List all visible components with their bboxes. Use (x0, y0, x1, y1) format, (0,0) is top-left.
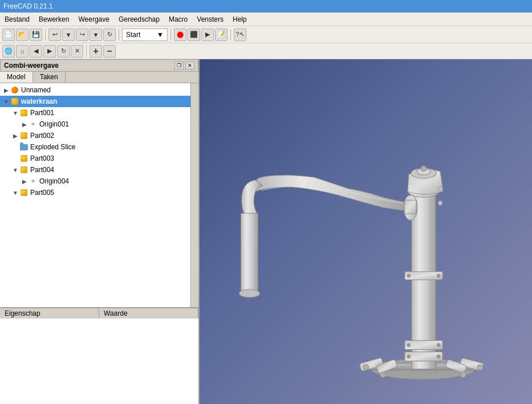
tree-expand-1[interactable]: ▶ (2, 86, 10, 94)
tree-label-8: Part004 (30, 166, 54, 174)
tree-item-4[interactable]: ▶✦Origin001 (0, 119, 190, 130)
menu-bewerken[interactable]: Bewerken (34, 14, 74, 25)
properties-panel: Eigenschap Waarde (0, 307, 198, 404)
sep2 (119, 29, 119, 40)
tree-expand-2[interactable]: ▼ (2, 97, 10, 105)
svg-point-18 (437, 355, 440, 358)
exec-button[interactable]: ▶ (201, 28, 214, 41)
tree-item-3[interactable]: ▼Part001 (0, 107, 190, 119)
tree-expand-10[interactable]: ▼ (11, 189, 19, 197)
tree-item-6[interactable]: Exploded Slice (0, 141, 190, 153)
record-stop-button[interactable]: ⬤ (174, 28, 186, 41)
tree-icon-origin: ✦ (29, 120, 38, 129)
tree-label-3: Part001 (30, 109, 54, 117)
save-button[interactable]: 💾 (30, 28, 42, 41)
tree-item-7[interactable]: Part003 (0, 153, 190, 164)
panel-tabs: Model Taken (0, 72, 198, 83)
svg-point-31 (438, 186, 442, 191)
undo-button[interactable]: ↩ (48, 28, 61, 41)
tree-label-10: Part005 (30, 189, 54, 197)
tree-item-5[interactable]: ▶Part002 (0, 130, 190, 141)
tree-icon-origin: ✦ (29, 177, 38, 186)
menu-gereedschap[interactable]: Gereedschap (114, 14, 164, 25)
undo-dropdown[interactable]: ▼ (62, 28, 75, 41)
menu-help[interactable]: Help (228, 14, 251, 25)
tree-item-10[interactable]: ▼Part005 (0, 187, 190, 198)
menu-macro[interactable]: Macro (164, 14, 192, 25)
new-button[interactable]: 📄 (2, 28, 15, 41)
tree-item-8[interactable]: ▼Part004 (0, 164, 190, 176)
minus-button[interactable]: − (103, 45, 116, 58)
stop2-button[interactable]: ✕ (71, 45, 83, 58)
sep4 (230, 29, 231, 40)
tree-expand-5[interactable]: ▶ (11, 132, 19, 140)
script-button[interactable]: 📝 (215, 28, 228, 41)
main-area: Combi-weergave ❐ ✕ Model Taken ▶Unnamed▼… (0, 59, 532, 404)
tree-scrollbar[interactable] (190, 83, 198, 307)
svg-point-28 (239, 289, 259, 297)
toolbar-main: 📄 📂 💾 ↩ ▼ ↪ ▼ ↻ Start ▼ ⬤ ⬛ ▶ 📝 ?↖ (0, 26, 532, 43)
tree-expand-7[interactable] (11, 154, 19, 162)
tree-icon-gear (19, 131, 29, 140)
svg-point-7 (478, 365, 484, 370)
prop-col-eigenschap[interactable]: Eigenschap (0, 308, 99, 319)
svg-point-25 (421, 166, 427, 172)
redo-dropdown[interactable]: ▼ (90, 28, 102, 41)
help-cursor-button[interactable]: ?↖ (234, 28, 246, 41)
tree-item-9[interactable]: ▶✦Origin004 (0, 176, 190, 187)
tree-expand-8[interactable]: ▼ (11, 166, 19, 174)
svg-point-17 (407, 355, 411, 358)
menu-weergave[interactable]: Weergave (74, 14, 113, 25)
svg-rect-30 (405, 200, 416, 214)
tree-label-6: Exploded Slice (30, 143, 75, 151)
panel-header: Combi-weergave ❐ ✕ (0, 59, 198, 72)
toolbar-nav: 🌐 ⌂ ◀ ▶ ↻ ✕ + − (0, 43, 532, 59)
viewport-3d[interactable] (200, 59, 532, 404)
tree-icon-gear (19, 108, 29, 117)
redo-button[interactable]: ↪ (76, 28, 88, 41)
svg-point-15 (407, 344, 411, 347)
back-button[interactable]: ◀ (30, 45, 42, 58)
tree-icon-gear (19, 165, 29, 174)
home-button[interactable]: ⌂ (16, 45, 29, 58)
svg-point-32 (438, 201, 442, 205)
tree-icon-sphere (10, 85, 19, 95)
titlebar: FreeCAD 0.21.1 (0, 0, 532, 13)
tree-label-2: waterkraan (21, 97, 57, 105)
forward-button[interactable]: ▶ (43, 45, 56, 58)
tree-expand-4[interactable]: ▶ (21, 120, 29, 128)
menubar: Bestand Bewerken Weergave Gereedschap Ma… (0, 13, 532, 26)
tree-icon-folder (19, 142, 29, 152)
workbench-dropdown[interactable]: Start ▼ (122, 28, 168, 41)
svg-rect-26 (241, 213, 258, 293)
tree-label-4: Origin001 (39, 120, 69, 128)
tree-expand-3[interactable]: ▼ (11, 109, 19, 117)
left-panel: Combi-weergave ❐ ✕ Model Taken ▶Unnamed▼… (0, 59, 200, 404)
refresh2-button[interactable]: ↻ (57, 45, 70, 58)
panel-close-button[interactable]: ✕ (185, 62, 194, 70)
tree-item-2[interactable]: ▼waterkraan (0, 96, 190, 107)
prop-col-waarde[interactable]: Waarde (99, 308, 198, 319)
tree-expand-6[interactable] (11, 143, 19, 151)
sep5 (86, 46, 87, 57)
plus-button[interactable]: + (90, 45, 102, 58)
model-3d (200, 59, 532, 404)
panel-restore-button[interactable]: ❐ (174, 62, 184, 70)
tree-expand-9[interactable]: ▶ (21, 177, 29, 185)
open-button[interactable]: 📂 (16, 28, 29, 41)
svg-point-21 (437, 274, 440, 278)
titlebar-text: FreeCAD 0.21.1 (3, 2, 53, 10)
model-tree: ▶Unnamed▼waterkraan▼Part001▶✦Origin001▶P… (0, 83, 190, 307)
stop-button[interactable]: ⬛ (188, 28, 200, 41)
tree-label-7: Part003 (30, 154, 54, 162)
globe-button[interactable]: 🌐 (2, 45, 15, 58)
tab-taken[interactable]: Taken (33, 72, 66, 83)
tree-label-9: Origin004 (39, 177, 69, 185)
menu-vensters[interactable]: Vensters (192, 14, 228, 25)
refresh-button[interactable]: ↻ (103, 28, 116, 41)
workbench-value: Start (126, 31, 140, 39)
tab-model[interactable]: Model (0, 72, 33, 83)
tree-icon-gear (19, 154, 29, 163)
menu-bestand[interactable]: Bestand (0, 14, 34, 25)
tree-item-1[interactable]: ▶Unnamed (0, 84, 190, 96)
